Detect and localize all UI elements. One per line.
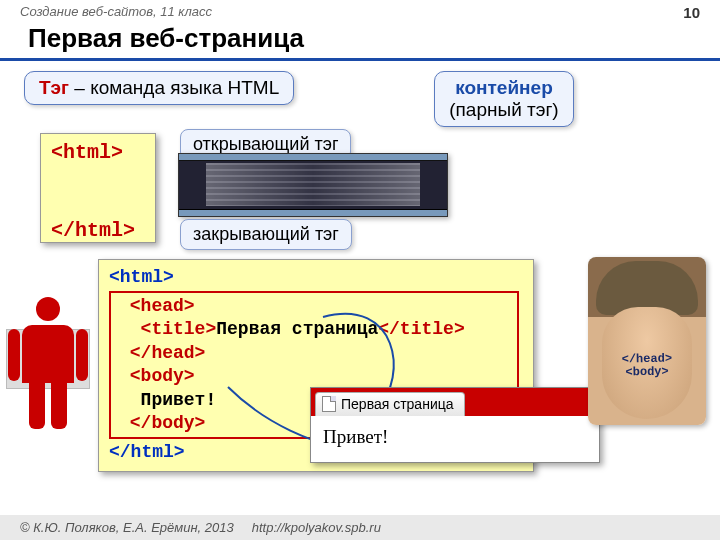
copyright: © К.Ю. Поляков, Е.А. Ерёмин, 2013 — [20, 520, 234, 535]
footer-url: http://kpolyakov.spb.ru — [252, 520, 381, 535]
page-title: Первая веб-страница — [0, 23, 720, 61]
page-icon — [322, 396, 336, 412]
tag-example-row: <html> </html> открывающий тэг закрывающ… — [0, 127, 720, 257]
person-icon — [12, 297, 84, 437]
neck-tattoo: </head> <body> — [588, 352, 706, 380]
tag-definition-callout: Тэг – команда языка HTML — [24, 71, 294, 105]
container-sub: (парный тэг) — [449, 99, 558, 121]
browser-preview: Первая страница Привет! — [310, 387, 600, 463]
small-code-box: <html> </html> — [40, 133, 156, 243]
slide-footer: © К.Ю. Поляков, Е.А. Ерёмин, 2013 http:/… — [0, 515, 720, 540]
tag-def-text: – команда языка HTML — [69, 77, 279, 98]
definitions-row: Тэг – команда языка HTML контейнер (парн… — [0, 71, 720, 127]
container-callout: контейнер (парный тэг) — [434, 71, 573, 127]
browser-tab[interactable]: Первая страница — [315, 392, 465, 416]
html-close-tag: </html> — [51, 219, 135, 242]
browser-tabbar: Первая страница — [311, 388, 599, 416]
browser-tab-title: Первая страница — [341, 396, 454, 412]
container-photo — [178, 153, 448, 217]
closing-tag-callout: закрывающий тэг — [180, 219, 352, 250]
browser-body: Привет! — [311, 416, 599, 462]
neck-photo: </head> <body> — [588, 257, 706, 425]
full-example-row: <html> <head> <title>Первая страница</ti… — [0, 257, 720, 517]
tag-word: Тэг — [39, 77, 69, 98]
page-number: 10 — [683, 4, 700, 21]
slide-header: Создание веб-сайтов, 11 класс 10 — [0, 0, 720, 23]
html-open-tag: <html> — [51, 141, 123, 164]
container-word: контейнер — [449, 77, 558, 99]
course-label: Создание веб-сайтов, 11 класс — [20, 4, 212, 21]
